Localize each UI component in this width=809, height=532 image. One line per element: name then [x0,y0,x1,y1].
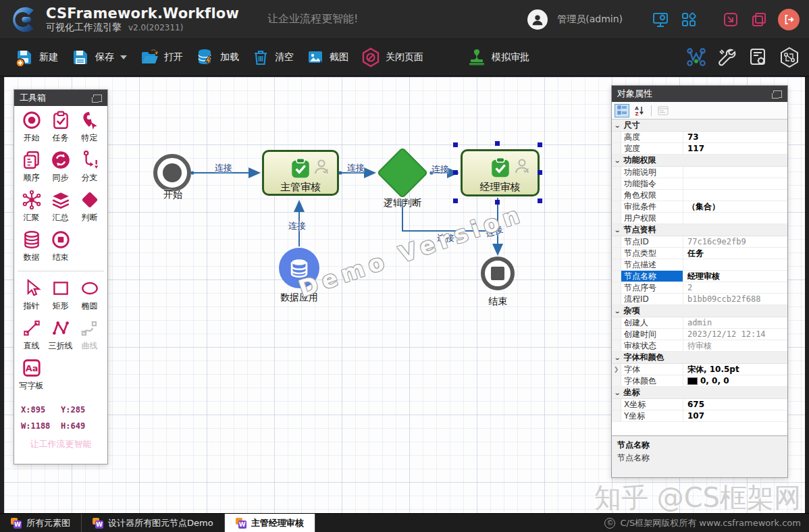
property-value[interactable]: 0, 0, 0 [683,376,787,385]
open-button[interactable]: 打开 [133,43,189,72]
property-category[interactable]: ⌄坐标 [612,387,787,399]
selection-handle[interactable] [453,142,458,147]
connection-label[interactable]: 连接 [288,220,306,232]
collapse-chevron-icon[interactable]: ⌄ [614,122,621,129]
property-row[interactable]: 流程IDb1bb09ccb22f688 [612,294,787,305]
tool-task[interactable]: 任务 [46,110,75,144]
close-page-button[interactable]: 关闭页面 [355,43,429,72]
tool-sync[interactable]: 同步 [46,150,75,184]
task-node-supervisor[interactable]: 主管审核 [262,150,339,196]
property-category[interactable]: ⌄尺寸 [612,119,787,132]
monitor-settings-icon[interactable] [651,10,670,29]
tool-summary[interactable]: 汇总 [46,190,75,223]
workflow-design-icon[interactable] [685,46,708,69]
property-value[interactable]: 77c16c9e2fb9 [683,237,787,246]
property-row[interactable]: 节点类型任务 [612,248,787,259]
design-canvas[interactable]: 连接 连接 连接 连接 连接 连接 开始 主管审核 逻辑判断 [4,77,805,513]
property-category[interactable]: ⌄功能权限 [612,155,787,167]
load-button[interactable]: 加载 [189,43,245,72]
collapse-chevron-icon[interactable]: ⌄ [614,389,621,396]
property-row[interactable]: 创建人admin [612,317,787,329]
clear-button[interactable]: 清空 [245,44,300,71]
categorized-view-button[interactable] [615,104,629,117]
property-row[interactable]: 角色权限 [612,190,787,201]
property-row[interactable]: 功能指令 [612,178,787,190]
property-row[interactable]: 节点序号2 [612,282,787,294]
tool-sequence[interactable]: 顺序 [17,150,46,184]
property-value[interactable]: b1bb09ccb22f688 [683,294,787,304]
tool-rectangle[interactable]: 矩形 [46,278,75,312]
new-button[interactable]: 新建 [8,43,64,72]
property-row[interactable]: 字体颜色0, 0, 0 [612,375,787,387]
windows-copy-icon[interactable] [750,10,768,29]
selection-handle[interactable] [453,198,458,203]
form-settings-icon[interactable] [747,46,770,69]
property-value[interactable]: 经理审核 [683,271,787,282]
selection-handle[interactable] [538,170,542,175]
property-category[interactable]: ⌄节点资料 [612,224,787,236]
tools-wrench-icon[interactable] [716,46,739,69]
collapse-chevron-icon[interactable]: ⌄ [614,307,621,315]
property-row[interactable]: 节点ID77c16c9e2fb9 [612,236,787,248]
property-row[interactable]: 高度73 [612,132,787,143]
property-row[interactable]: X坐标675 [612,399,787,410]
user-avatar[interactable] [527,9,548,30]
property-row[interactable]: 功能说明 [612,167,787,178]
float-window-icon[interactable] [93,95,102,102]
save-dropdown-caret[interactable] [120,55,127,59]
connection-label[interactable]: 连接 [432,163,449,176]
start-node[interactable] [153,154,191,192]
task-node-manager[interactable]: 经理审核 [461,149,540,196]
tab-designer-demo[interactable]: W 设计器所有图元节点Demo [82,514,225,532]
property-value[interactable]: （集合） [683,201,787,213]
tool-decision[interactable]: 判断 [75,190,104,223]
alphabetical-sort-button[interactable]: AZ [632,104,647,117]
collapse-chevron-icon[interactable]: ⌄ [614,354,621,361]
save-button[interactable]: 保存 [64,43,133,72]
tab-manager-review[interactable]: W 主管经理审核 [225,514,315,532]
connection-label[interactable]: 连接 [347,162,365,174]
tool-start[interactable]: 开始 [17,110,46,144]
tool-specific[interactable]: 特定 [75,110,104,144]
modules-grid-icon[interactable] [679,10,698,29]
screenshot-button[interactable]: 截图 [300,44,355,71]
tool-ellipse[interactable]: 椭圆 [75,278,104,312]
property-row[interactable]: ❯字体宋体, 10.5pt [612,364,787,375]
minimize-to-icon[interactable] [721,10,740,29]
tool-data[interactable]: 数据 [17,230,46,263]
property-row[interactable]: 节点描述 [612,259,787,271]
property-row[interactable]: Y坐标107 [612,410,787,422]
selection-handle[interactable] [538,142,542,147]
property-category[interactable]: ⌄杂项 [612,305,787,317]
property-value[interactable]: 73 [683,132,787,142]
tool-line[interactable]: 直线 [17,318,46,352]
property-value[interactable]: admin [683,318,787,327]
property-row[interactable]: 宽度117 [612,143,787,155]
property-value[interactable]: 2 [683,283,787,292]
property-value[interactable]: 宋体, 10.5pt [683,364,787,375]
property-value[interactable]: 107 [683,411,787,421]
expand-chevron-icon[interactable]: ❯ [612,364,621,375]
tool-branch[interactable]: 分支 [75,150,104,184]
tool-pointer[interactable]: 指针 [17,278,46,312]
property-value[interactable]: 117 [683,144,787,153]
property-row[interactable]: 审批条件（集合） [612,201,787,213]
tool-wordpad[interactable]: Aa写字板 [17,358,46,392]
property-row[interactable]: 审核状态待审核 [612,340,787,352]
property-row[interactable]: 用户权限 [612,213,787,224]
selection-handle[interactable] [495,200,500,205]
property-value[interactable]: 任务 [683,248,787,259]
end-node[interactable] [481,257,515,290]
property-category[interactable]: ⌄字体和颜色 [612,352,787,364]
property-row[interactable]: 创建时间2023/12/12 12:14 [612,329,787,340]
process-hexagon-icon[interactable] [778,46,801,69]
float-window-icon[interactable] [773,90,782,98]
collapse-chevron-icon[interactable]: ⌄ [614,157,621,164]
property-value[interactable]: 675 [683,400,787,409]
property-value[interactable]: 2023/12/12 12:14 [683,329,787,339]
toolbox-titlebar[interactable]: 工具箱 [14,90,107,106]
tool-polyline[interactable]: 三折线 [46,318,75,352]
simulate-approval-button[interactable]: 模拟审批 [461,43,536,72]
properties-titlebar[interactable]: 对象属性 [612,86,787,102]
property-row[interactable]: 节点名称经理审核 [612,271,787,282]
